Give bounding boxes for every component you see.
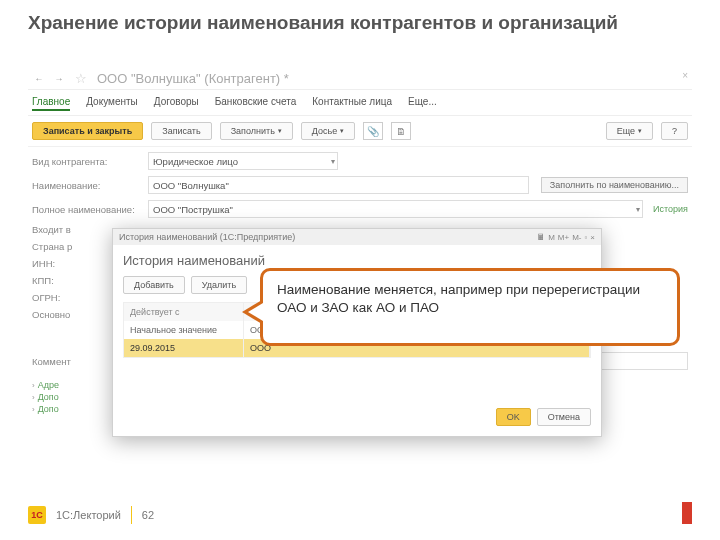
help-button[interactable]: ? — [661, 122, 688, 140]
chevron-right-icon: › — [32, 381, 35, 390]
annotation-callout: Наименование меняется, например при пере… — [260, 268, 680, 346]
save-close-button[interactable]: Записать и закрыть — [32, 122, 143, 140]
dialog-titlebar: История наименований (1С:Предприятие) 🖩 … — [113, 229, 601, 245]
dossier-button[interactable]: Досье▾ — [301, 122, 355, 140]
toolbar: Записать и закрыть Записать Заполнить▾ Д… — [28, 116, 692, 147]
m-icon[interactable]: М — [548, 233, 555, 242]
attach-icon[interactable]: 📎 — [363, 122, 383, 140]
add-button[interactable]: Добавить — [123, 276, 185, 294]
tab-contacts[interactable]: Контактные лица — [312, 96, 392, 111]
callout-tail — [248, 303, 263, 321]
more-button[interactable]: Еще▾ — [606, 122, 653, 140]
save-button[interactable]: Записать — [151, 122, 211, 140]
cell: 29.09.2015 — [124, 339, 244, 357]
name-input[interactable]: ООО "Волнушка" — [148, 176, 529, 194]
chevron-right-icon: › — [32, 393, 35, 402]
col-effective-from[interactable]: Действует с — [124, 303, 244, 321]
forward-icon[interactable]: → — [52, 72, 66, 86]
type-input[interactable]: Юридическое лицо▾ — [148, 152, 338, 170]
fullname-label: Полное наименование: — [32, 204, 142, 215]
history-link[interactable]: История — [653, 204, 688, 214]
name-label: Наименование: — [32, 180, 142, 191]
tab-bank[interactable]: Банковские счета — [215, 96, 297, 111]
delete-button[interactable]: Удалить — [191, 276, 247, 294]
window-header: ← → ☆ ООО "Волнушка" (Контрагент) * × — [28, 68, 692, 90]
chevron-right-icon: › — [32, 405, 35, 414]
tab-main[interactable]: Главное — [32, 96, 70, 111]
back-icon[interactable]: ← — [32, 72, 46, 86]
ok-button[interactable]: OK — [496, 408, 531, 426]
calc-icon[interactable]: 🖩 — [537, 233, 545, 242]
window-title: ООО "Волнушка" (Контрагент) * — [97, 71, 289, 86]
red-accent — [682, 502, 692, 524]
separator — [131, 506, 132, 524]
dialog-min-icon[interactable]: ▫ — [584, 233, 587, 242]
fullname-input[interactable]: ООО "Пострушка"▾ — [148, 200, 643, 218]
tab-documents[interactable]: Документы — [86, 96, 138, 111]
mplus-icon[interactable]: М+ — [558, 233, 569, 242]
brand-label: 1С:Лекторий — [56, 509, 121, 521]
slide-footer: 1С 1С:Лекторий 62 — [28, 506, 154, 524]
fill-button[interactable]: Заполнить▾ — [220, 122, 293, 140]
page-number: 62 — [142, 509, 154, 521]
logo-1c: 1С — [28, 506, 46, 524]
star-icon[interactable]: ☆ — [75, 71, 87, 86]
dialog-sys-title: История наименований (1С:Предприятие) — [119, 232, 295, 242]
report-icon[interactable]: 🗎 — [391, 122, 411, 140]
cancel-button[interactable]: Отмена — [537, 408, 591, 426]
cell: Начальное значение — [124, 321, 244, 339]
tab-bar: Главное Документы Договоры Банковские сч… — [28, 90, 692, 116]
close-icon[interactable]: × — [682, 70, 688, 81]
slide-title: Хранение истории наименования контрагент… — [0, 0, 720, 35]
mminus-icon[interactable]: М- — [572, 233, 581, 242]
tab-more[interactable]: Еще... — [408, 96, 437, 111]
type-label: Вид контрагента: — [32, 156, 142, 167]
tab-contracts[interactable]: Договоры — [154, 96, 199, 111]
dialog-close-icon[interactable]: × — [590, 233, 595, 242]
fill-by-name-button[interactable]: Заполнить по наименованию... — [541, 177, 688, 193]
